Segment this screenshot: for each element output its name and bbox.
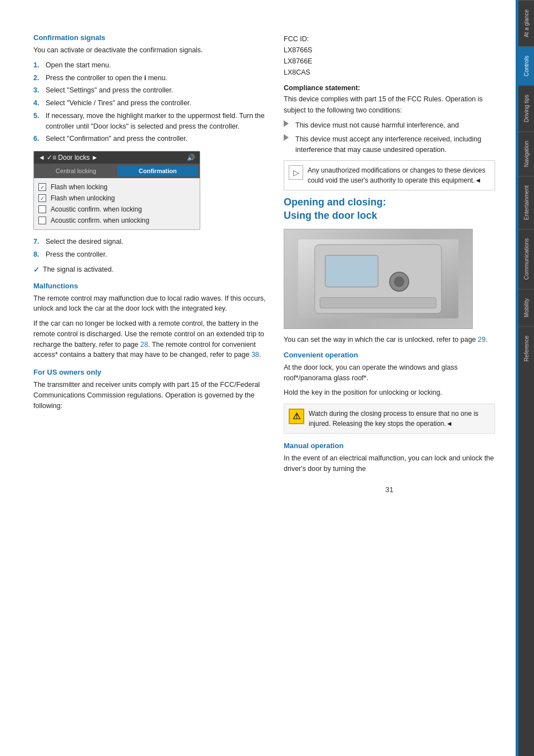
door-lock-ui: ◄ ✓≡ Door locks ► 🔊 Central locking Conf… <box>33 151 200 230</box>
step-1: 1. Open the start menu. <box>33 60 267 71</box>
compliance-label: Compliance statement: <box>284 84 360 92</box>
activated-text: The signal is activated. <box>43 266 113 273</box>
opening-caption: You can set the way in which the car is … <box>284 335 495 345</box>
step-1-text: Open the start menu. <box>46 60 111 71</box>
option-flash-unlocking: ✓ Flash when unlocking <box>38 193 195 204</box>
step-2-num: 2. <box>33 73 42 84</box>
check-icon: ✓ <box>33 266 39 274</box>
fcc-model-3: LX8CAS <box>284 68 310 76</box>
page-link-38[interactable]: 38 <box>251 351 259 359</box>
sidebar-tab-entertainment[interactable]: Entertainment <box>518 176 534 229</box>
option-acoustic-locking-label: Acoustic confirm. when locking <box>51 205 142 213</box>
option-flash-locking-label: Flash when locking <box>51 183 107 191</box>
right-column: FCC ID: LX8766S LX8766E LX8CAS Complianc… <box>284 33 495 734</box>
sidebar-tab-mobility[interactable]: Mobility <box>518 289 534 326</box>
opening-title: Opening and closing:Using the door lock <box>284 196 495 222</box>
step-6-num: 6. <box>33 134 42 144</box>
door-lock-header-left: ◄ ✓≡ Door locks ► <box>38 154 98 161</box>
svg-point-3 <box>394 276 404 287</box>
note-text: Any unauthorized modifications or change… <box>308 165 490 185</box>
sidebar-tab-communications[interactable]: Communications <box>518 229 534 288</box>
malfunctions-section: Malfunctions The remote control may malf… <box>33 282 267 361</box>
fcc-id-label: FCC ID: <box>284 35 309 43</box>
confirmation-signals-intro: You can activate or deactivate the confi… <box>33 45 267 56</box>
step-2: 2. Press the controller to open the i me… <box>33 73 267 84</box>
compliance-text: This device complies with part 15 of the… <box>284 95 483 114</box>
opening-title-text: Opening and closing:Using the door lock <box>284 197 386 220</box>
step-6: 6. Select "Confirmation" and press the c… <box>33 134 267 144</box>
manual-title: Manual operation <box>284 441 495 450</box>
sidebar-tab-at-a-glance[interactable]: At a glance <box>518 0 534 46</box>
step-4-num: 4. <box>33 98 42 109</box>
sidebar-tab-reference[interactable]: Reference <box>518 326 534 370</box>
step-6-text: Select "Confirmation" and press the cont… <box>46 134 187 144</box>
convenient-title: Convenient operation <box>284 351 495 359</box>
malfunctions-para1: The remote control may malfunction due t… <box>33 293 267 315</box>
signal-activated: ✓ The signal is activated. <box>33 266 267 274</box>
sidebar: At a glance Controls Driving tips Naviga… <box>518 0 534 756</box>
step-3-text: Select "Settings" and press the controll… <box>46 85 173 96</box>
door-lock-options: ✓ Flash when locking ✓ Flash when unlock… <box>34 178 200 229</box>
step-7-num: 7. <box>33 237 42 247</box>
door-image <box>284 229 473 329</box>
steps-list: 1. Open the start menu. 2. Press the con… <box>33 60 267 144</box>
step-3-num: 3. <box>33 85 42 96</box>
checkbox-acoustic-locking[interactable] <box>38 205 46 213</box>
convenient-para1: At the door lock, you can operate the wi… <box>284 362 495 384</box>
opening-section: Opening and closing:Using the door lock <box>284 196 495 474</box>
option-acoustic-locking: Acoustic confirm. when locking <box>38 204 195 215</box>
sidebar-tab-driving-tips[interactable]: Driving tips <box>518 85 534 131</box>
checkbox-flash-locking[interactable]: ✓ <box>38 183 46 191</box>
bullet-2-text: This device must accept any interference… <box>295 134 495 155</box>
malfunctions-title: Malfunctions <box>33 282 267 290</box>
confirmation-signals-section: Confirmation signals You can activate or… <box>33 33 267 274</box>
warning-icon: ⚠ <box>289 409 304 424</box>
sidebar-tab-controls[interactable]: Controls <box>518 46 534 85</box>
triangle-icon-1 <box>284 120 289 127</box>
step-8-num: 8. <box>33 249 42 260</box>
step-1-num: 1. <box>33 60 42 71</box>
option-acoustic-unlocking: Acoustic confirm. when unlocking <box>38 215 195 226</box>
page-link-29[interactable]: 29 <box>478 336 486 343</box>
compliance-block: Compliance statement: This device compli… <box>284 82 495 116</box>
step-5-text: If necessary, move the highlight marker … <box>46 111 267 132</box>
bullet-2: This device must accept any interference… <box>284 134 495 155</box>
bullet-1-text: This device must not cause harmful inter… <box>295 120 459 131</box>
steps-after-list: 7. Select the desired signal. 8. Press t… <box>33 237 267 260</box>
step-4-text: Select "Vehicle / Tires" and press the c… <box>46 98 191 109</box>
left-column: Confirmation signals You can activate or… <box>33 33 267 734</box>
triangle-icon-2 <box>284 134 289 141</box>
for-us-section: For US owners only The transmitter and r… <box>33 368 267 411</box>
step-2-text: Press the controller to open the i menu. <box>46 73 167 84</box>
tab-central-locking[interactable]: Central locking <box>36 165 116 176</box>
door-lock-header-right: 🔊 <box>187 154 195 161</box>
note-icon: ▷ <box>289 165 303 180</box>
door-lock-header: ◄ ✓≡ Door locks ► 🔊 <box>34 151 200 164</box>
step-7: 7. Select the desired signal. <box>33 237 267 247</box>
manual-para: In the event of an electrical malfunctio… <box>284 453 495 474</box>
option-acoustic-unlocking-label: Acoustic confirm. when unlocking <box>51 217 149 224</box>
step-5: 5. If necessary, move the highlight mark… <box>33 111 267 132</box>
confirmation-signals-title: Confirmation signals <box>33 33 267 42</box>
warning-text: Watch during the closing process to ensu… <box>309 409 490 429</box>
convenient-para2: Hold the key in the position for unlocki… <box>284 387 495 398</box>
option-flash-locking: ✓ Flash when locking <box>38 181 195 193</box>
tab-confirmation[interactable]: Confirmation <box>117 165 198 176</box>
option-flash-unlocking-label: Flash when unlocking <box>51 194 115 202</box>
fcc-section: FCC ID: LX8766S LX8766E LX8CAS Complianc… <box>284 33 495 190</box>
for-us-para: The transmitter and receiver units compl… <box>33 380 267 411</box>
step-8-text: Press the controller. <box>46 249 107 260</box>
checkbox-acoustic-unlocking[interactable] <box>38 217 46 224</box>
bullet-1: This device must not cause harmful inter… <box>284 120 495 131</box>
page-link-28[interactable]: 28 <box>140 341 148 348</box>
svg-rect-4 <box>320 297 437 308</box>
checkbox-flash-unlocking[interactable]: ✓ <box>38 194 46 202</box>
door-lock-tabs: Central locking Confirmation <box>34 164 200 178</box>
warning-box: ⚠ Watch during the closing process to en… <box>284 404 495 434</box>
step-3: 3. Select "Settings" and press the contr… <box>33 85 267 96</box>
sidebar-tab-navigation[interactable]: Navigation <box>518 131 534 176</box>
note-box: ▷ Any unauthorized modifications or chan… <box>284 160 495 190</box>
door-svg <box>298 239 458 318</box>
fcc-model-1: LX8766S <box>284 46 312 54</box>
step-5-num: 5. <box>33 111 42 132</box>
